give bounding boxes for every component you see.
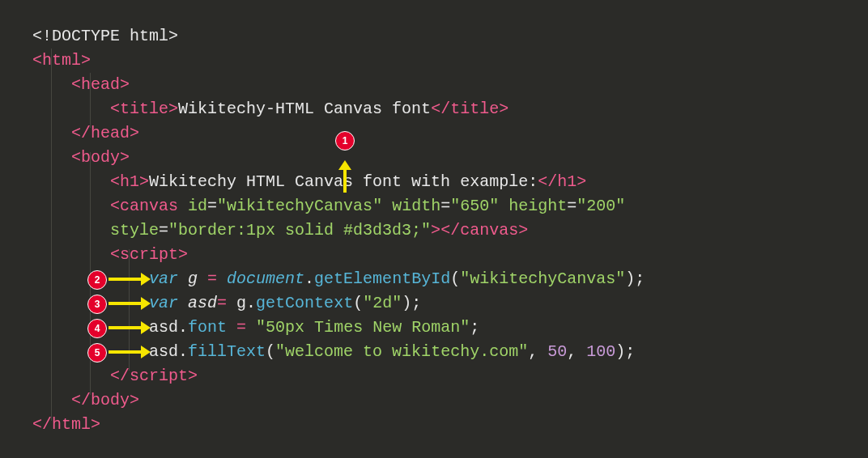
code-line: <head> [32,73,836,97]
annotation-badge-2: 2 [87,270,107,290]
code-line: <body> [32,146,836,170]
code-line: </body> [32,388,836,413]
arrow-right-icon [108,326,141,329]
title-text: Wikitechy-HTML Canvas font [178,100,431,118]
indent-guide [51,49,52,421]
arrow-right-icon [108,302,141,305]
code-line: </script> [32,364,836,388]
code-line: <script> [32,243,836,267]
annotation-badge-1: 1 [335,131,355,151]
annotation-badge-5: 5 [87,343,107,363]
code-line: var g = document.getElementById("wikitec… [32,267,836,291]
code-line: asd.fillText("welcome to wikitechy.com",… [32,340,836,364]
code-line: </head> [32,121,836,146]
annotation-badge-3: 3 [87,295,107,314]
code-line: <html> [32,49,836,73]
annotation-badge-4: 4 [87,319,107,338]
arrow-up-icon [343,170,347,193]
code-line: asd.font = "50px Times New Roman"; [32,316,836,340]
code-editor: <!DOCTYPE html> <html> <head> <title>Wik… [0,0,868,458]
code-line: var asd= g.getContext("2d"); [32,291,836,316]
arrow-right-icon [108,278,141,281]
code-line: <canvas id="wikitechyCanvas" width="650"… [32,194,836,218]
code-line: <title>Wikitechy-HTML Canvas font</title… [32,97,836,121]
indent-guide [90,73,91,128]
code-line: </html> [32,413,836,437]
arrow-right-icon [108,350,141,354]
code-line: <!DOCTYPE html> [32,24,836,49]
code-line: style="border:1px solid #d3d3d3;"></canv… [32,218,836,243]
code-line: <h1>Wikitechy HTML Canvas font with exam… [32,170,836,194]
doctype-text: <!DOCTYPE html> [32,27,178,45]
